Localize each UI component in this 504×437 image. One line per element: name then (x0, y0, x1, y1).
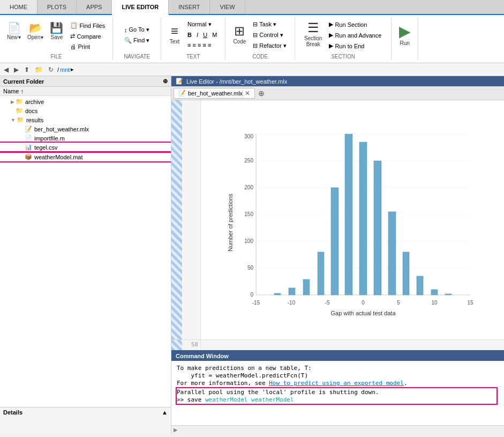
ribbon-group-code: ⊞ Code ⊟Task ▾ ⊟Control ▾ ⊟Refactor ▾ CO… (225, 17, 295, 61)
section-break-button[interactable]: ☰ SectionBreak (302, 18, 325, 50)
folder-options-icon[interactable]: ⊕ (163, 78, 168, 85)
svg-text:50: 50 (247, 265, 254, 271)
command-scrollbar: ▶ (171, 425, 504, 434)
forward-button[interactable]: ▶ (12, 65, 20, 74)
bar (303, 279, 310, 295)
task-button[interactable]: ⊟Task ▾ (250, 19, 290, 29)
find-files-button[interactable]: 📋 Find Files (67, 20, 108, 31)
svg-text:-5: -5 (325, 300, 330, 306)
command-line: >> save weatherModel weatherModel (177, 396, 497, 403)
tab-view[interactable]: VIEW (210, 0, 245, 14)
editor-title: 📝 Live Editor - /mnt/ber_hot_weather.mlx (171, 76, 504, 86)
tab-insert[interactable]: INSERT (169, 0, 210, 14)
file-panel: Current Folder ⊕ Name ↑ ▶ 📁 archive ▶ 📁 … (0, 76, 171, 434)
command-window: Command Window To make predictions on a … (171, 350, 504, 434)
svg-text:-10: -10 (288, 300, 296, 306)
tab-live-editor[interactable]: LIVE EDITOR (112, 0, 169, 15)
bar (345, 134, 352, 295)
tab-plots[interactable]: PLOTS (37, 0, 77, 14)
save-button[interactable]: 💾 Save (47, 18, 66, 44)
style-dropdown[interactable]: Normal ▾ (184, 19, 220, 29)
run-section-label: Run Section (335, 21, 367, 28)
code-group-label: CODE (225, 54, 295, 60)
list-item[interactable]: ▶ 📝 ber_hot_weather.mlx (0, 124, 171, 134)
ribbon: 📄 New ▾ 📂 Open ▾ 💾 Save 📋 (0, 15, 504, 63)
run-advance-button[interactable]: ▶ Run and Advance (326, 30, 385, 40)
find-button[interactable]: 🔍 Find ▾ (121, 35, 153, 46)
tab-home[interactable]: HOME (0, 0, 37, 14)
run-section-button[interactable]: ▶ Run Section (326, 19, 385, 29)
new-icon: 📄 (7, 23, 21, 33)
bar (374, 161, 381, 295)
open-icon: 📂 (29, 23, 42, 33)
svg-text:-15: -15 (252, 300, 260, 306)
code-button[interactable]: ⊞ Code (230, 18, 249, 50)
bar (274, 293, 281, 295)
goto-button[interactable]: ↕ Go To ▾ (121, 25, 153, 35)
list-item[interactable]: ▶ 📁 archive (0, 97, 171, 106)
navigate-group-label: NAVIGATE (113, 54, 161, 60)
list-item[interactable]: ▶ 📊 tegel.csv (0, 143, 171, 152)
bar (445, 294, 452, 295)
list-item[interactable]: ▶ 📄 importfile.m (0, 134, 171, 143)
help-link[interactable]: How to predict using an exported model (269, 380, 404, 387)
svg-text:0: 0 (362, 300, 365, 306)
back-button[interactable]: ◀ (2, 65, 10, 74)
refresh-button[interactable]: ↻ (47, 65, 55, 74)
file-tree: ▶ 📁 archive ▶ 📁 docs ▼ 📁 results ▶ 📝 ber… (0, 96, 171, 407)
svg-text:250: 250 (244, 158, 253, 164)
bar (431, 290, 438, 295)
section-stripe (171, 100, 182, 339)
print-button[interactable]: 🖨 Print (67, 42, 108, 51)
run-advance-label: Run and Advance (335, 32, 381, 39)
highlighted-command-block: Parallel pool using the 'local' profile … (177, 388, 497, 404)
bar (403, 252, 409, 295)
control-button[interactable]: ⊟Control ▾ (250, 30, 290, 40)
bar (289, 288, 295, 295)
line-number-58: 58 (182, 340, 201, 350)
bar (359, 142, 367, 295)
secondary-toolbar: ◀ ▶ ⬆ 📁 ↻ / mnt ▸ (0, 63, 504, 76)
up-button[interactable]: ⬆ (22, 65, 31, 74)
open-button[interactable]: 📂 Open ▾ (25, 18, 46, 44)
list-item[interactable]: ▼ 📁 results (0, 115, 171, 124)
svg-text:150: 150 (244, 211, 253, 217)
bar (318, 252, 324, 295)
ribbon-group-navigate: ↕ Go To ▾ 🔍 Find ▾ NAVIGATE (113, 17, 161, 61)
run-button[interactable]: ▶ Run (396, 19, 413, 51)
list-item[interactable]: ▶ 📁 docs (0, 106, 171, 115)
svg-text:5: 5 (397, 300, 400, 306)
editor-panel: 📝 Live Editor - /mnt/ber_hot_weather.mlx… (171, 76, 504, 434)
bar (417, 276, 423, 295)
line-number-row: 58 (171, 339, 504, 350)
svg-text:10: 10 (431, 300, 438, 306)
editor-title-icon: 📝 (176, 78, 183, 85)
align-buttons: ≡ ≡ ≡ ≡ ≡ (184, 40, 220, 50)
command-line: To make predictions on a new table, T: (177, 365, 499, 372)
add-tab-button[interactable]: ⊕ (256, 89, 267, 98)
refactor-button[interactable]: ⊟Refactor ▾ (250, 41, 290, 51)
format-buttons[interactable]: B I U M (184, 30, 220, 40)
details-collapse-icon[interactable]: ▲ (162, 409, 168, 416)
editor-tabs: 📝 ber_hot_weather.mlx ✕ ⊕ (171, 86, 504, 100)
tab-close-button[interactable]: ✕ (245, 90, 250, 97)
text-button[interactable]: ≡ Text (166, 18, 183, 50)
y-axis-label: Number of predictions (227, 194, 234, 251)
details-content (3, 416, 168, 418)
compare-button[interactable]: ⇄ Compare (67, 31, 108, 41)
tab-bar: HOME PLOTS APPS LIVE EDITOR INSERT VIEW (0, 0, 504, 15)
text-group-label: TEXT (161, 54, 225, 60)
run-end-button[interactable]: ▶ Run to End (326, 41, 385, 51)
file-panel-header: Current Folder ⊕ (0, 76, 171, 87)
list-item[interactable]: ▶ 📦 weatherModel.mat (0, 152, 171, 161)
tab-file-name: ber_hot_weather.mlx (188, 90, 243, 97)
tab-apps[interactable]: APPS (77, 0, 112, 14)
new-button[interactable]: 📄 New ▾ (4, 18, 24, 44)
current-folder-title: Current Folder (3, 78, 44, 85)
name-column-header: Name ↑ (3, 88, 24, 94)
editor-tab-ber[interactable]: 📝 ber_hot_weather.mlx ✕ (174, 88, 255, 99)
svg-text:100: 100 (244, 238, 253, 244)
ribbon-group-file: 📄 New ▾ 📂 Open ▾ 💾 Save 📋 (0, 17, 113, 61)
bar (331, 188, 338, 295)
svg-text:200: 200 (244, 184, 253, 190)
